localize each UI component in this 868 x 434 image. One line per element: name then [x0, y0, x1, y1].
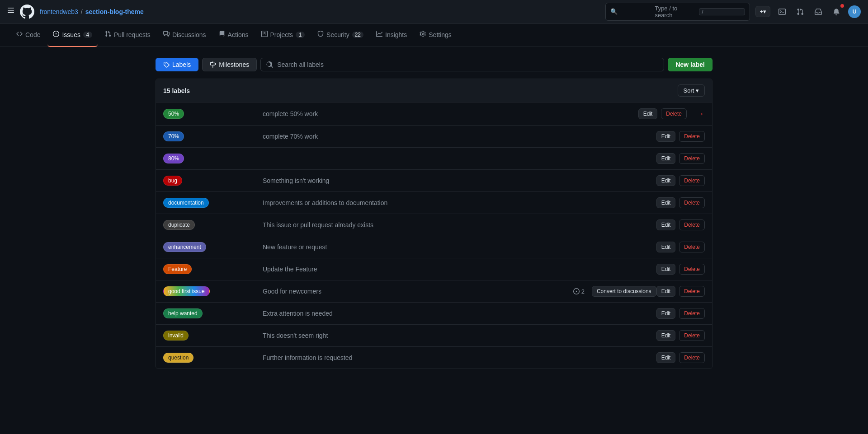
edit-btn[interactable]: Edit [656, 197, 676, 208]
delete-btn[interactable]: Delete [679, 286, 705, 297]
label-badge: bug [163, 176, 182, 186]
delete-btn[interactable]: Delete [679, 308, 705, 319]
org-link[interactable]: frontendweb3 [40, 8, 78, 15]
repo-path: frontendweb3 / section-blog-theme [40, 8, 144, 15]
edit-btn[interactable]: Edit [656, 308, 676, 319]
new-label-button[interactable]: New label [668, 58, 712, 71]
delete-btn[interactable]: Delete [661, 108, 687, 119]
edit-btn[interactable]: Edit [656, 352, 676, 363]
edit-btn[interactable]: Edit [656, 219, 676, 230]
actions-icon [219, 31, 225, 38]
edit-btn[interactable]: Edit [656, 264, 676, 275]
label-row: invalid This doesn't seem right Edit Del… [156, 325, 712, 347]
subnav-item-insights[interactable]: Insights [371, 23, 412, 47]
label-name-col: 80% [163, 154, 263, 163]
edit-btn[interactable]: Edit [656, 175, 676, 186]
delete-btn[interactable]: Delete [679, 242, 705, 252]
delete-btn[interactable]: Delete [679, 197, 705, 208]
label-badge: invalid [163, 331, 189, 341]
subnav-item-issues[interactable]: Issues 4 [47, 23, 97, 47]
label-actions: Edit Delete [656, 264, 705, 275]
search-labels-container[interactable] [260, 58, 664, 71]
label-row: Feature Update the Feature Edit Delete [156, 258, 712, 280]
edit-btn[interactable]: Edit [638, 108, 658, 119]
label-row: good first issue Good for newcomers 2 Co… [156, 280, 712, 303]
label-description: Extra attention is needed [263, 310, 656, 317]
notification-badge [840, 4, 844, 8]
pull-request-icon-btn[interactable] [794, 5, 807, 18]
main-content: Labels Milestones New label 15 labels So… [145, 58, 723, 369]
label-badge: Feature [163, 264, 192, 274]
label-name-col: enhancement [163, 242, 263, 252]
repo-name-link[interactable]: section-blog-theme [85, 8, 144, 15]
label-row: 50% complete 50% work Edit Delete → [156, 103, 712, 126]
create-new-btn[interactable]: +▾ [755, 6, 770, 17]
edit-btn[interactable]: Edit [656, 242, 676, 252]
label-name-col: invalid [163, 331, 263, 341]
edit-btn[interactable]: Edit [656, 330, 676, 341]
global-search[interactable]: 🔍 Type / to search / [605, 3, 750, 21]
milestones-tab-btn[interactable]: Milestones [202, 58, 257, 71]
hamburger-menu[interactable] [7, 7, 14, 16]
delete-btn[interactable]: Delete [679, 153, 705, 164]
pr-icon [105, 31, 111, 38]
labels-count: 15 labels [163, 87, 190, 94]
edit-btn[interactable]: Edit [656, 153, 676, 164]
label-actions: Edit Delete [656, 242, 705, 252]
subnav-item-projects[interactable]: Projects 1 [256, 23, 311, 47]
label-name-col: bug [163, 176, 263, 186]
delete-btn[interactable]: Delete [679, 219, 705, 230]
subnav-item-code[interactable]: Code [11, 23, 46, 47]
insights-label: Insights [385, 31, 407, 38]
label-badge: help wanted [163, 308, 203, 318]
label-actions: Edit Delete [656, 308, 705, 319]
sort-wrapper: Sort ▾ ↓ [678, 84, 705, 97]
label-description: complete 50% work [263, 110, 638, 117]
path-separator: / [81, 8, 83, 15]
label-badge: good first issue [163, 286, 210, 296]
notification-icon-btn[interactable] [830, 5, 843, 18]
security-label: Security [326, 31, 349, 38]
search-labels-input[interactable] [277, 61, 658, 68]
labels-tab-btn[interactable]: Labels [156, 58, 198, 71]
label-description: This doesn't seem right [263, 332, 656, 339]
subnav-item-security[interactable]: Security 22 [312, 23, 369, 47]
labels-table: 15 labels Sort ▾ ↓ 50% complete 50% work… [156, 79, 712, 369]
label-actions: Edit Delete [656, 131, 705, 142]
sub-nav: Code Issues 4 Pull requests Discussions … [0, 23, 868, 47]
delete-btn[interactable]: Delete [679, 131, 705, 142]
code-icon [16, 31, 23, 38]
edit-btn[interactable]: Edit [656, 286, 676, 297]
top-nav-right: +▾ U [755, 5, 861, 18]
projects-badge: 1 [296, 32, 305, 38]
subnav-item-actions[interactable]: Actions [213, 23, 254, 47]
label-actions: Edit Delete → [638, 108, 705, 120]
user-avatar[interactable]: U [848, 5, 861, 18]
delete-btn[interactable]: Delete [679, 352, 705, 363]
label-name-col: Feature [163, 264, 263, 274]
label-badge: question [163, 353, 193, 363]
actions-label: Actions [228, 31, 249, 38]
milestones-tab-label: Milestones [219, 61, 249, 68]
label-name-col: good first issue [163, 286, 263, 296]
label-row: bug Something isn't working Edit Delete [156, 170, 712, 192]
label-description: Update the Feature [263, 266, 656, 273]
edit-btn[interactable]: Edit [656, 131, 676, 142]
issues-label: Issues [62, 31, 80, 38]
convert-discussions-btn[interactable]: Convert to discussions [592, 286, 656, 297]
label-actions: Edit Delete [656, 352, 705, 363]
delete-btn[interactable]: Delete [679, 175, 705, 186]
label-description: This issue or pull request already exist… [263, 221, 656, 229]
subnav-item-settings[interactable]: Settings [414, 23, 457, 47]
label-description: Something isn't working [263, 177, 656, 184]
subnav-item-discussions[interactable]: Discussions [158, 23, 212, 47]
label-issue-count[interactable]: 2 [573, 288, 585, 295]
delete-btn[interactable]: Delete [679, 330, 705, 341]
labels-table-header: 15 labels Sort ▾ ↓ [156, 79, 712, 103]
inbox-icon-btn[interactable] [812, 5, 825, 18]
sort-button[interactable]: Sort ▾ [678, 84, 705, 97]
label-name-col: 50% [163, 109, 263, 119]
terminal-icon-btn[interactable] [776, 5, 788, 18]
subnav-item-pullrequests[interactable]: Pull requests [99, 23, 156, 47]
delete-btn[interactable]: Delete [679, 264, 705, 275]
